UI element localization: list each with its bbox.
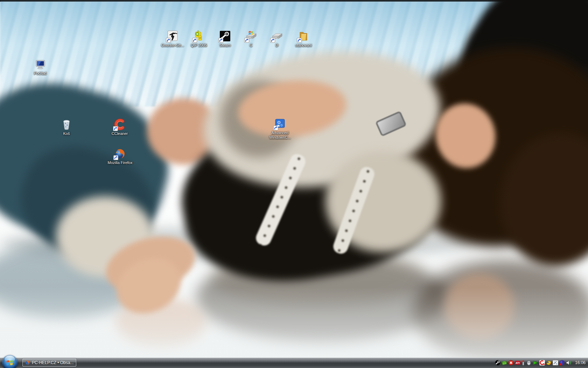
wallpaper-reflection-arm xyxy=(115,298,206,347)
wallpaper-arm xyxy=(100,227,201,302)
firefox-icon xyxy=(114,148,126,159)
desktop-icon-label: Advanced WindowsC... xyxy=(267,131,293,140)
wallpaper-reflection-hair xyxy=(413,259,588,364)
wallpaper-sleeve-right-lower xyxy=(528,54,588,220)
counter-strike-icon xyxy=(167,30,178,42)
shortcut-arrow-icon xyxy=(113,126,118,131)
windows-logo-icon xyxy=(6,359,14,367)
wallpaper-reflection-face xyxy=(444,273,514,340)
desktop-icon-mozilla-firefox[interactable]: Mozilla Firefox xyxy=(107,148,133,165)
wallpaper-hair-drape xyxy=(490,124,588,275)
shortcut-arrow-icon xyxy=(113,155,118,160)
qip-tray-icon[interactable] xyxy=(502,360,507,366)
wallpaper-reflection-jeans xyxy=(0,242,147,319)
wallpaper-top-strip xyxy=(0,0,588,2)
desktop-icon-label: C xyxy=(250,43,252,48)
drive-d-icon xyxy=(271,30,283,42)
mouse-icon[interactable] xyxy=(526,360,532,366)
wallpaper-fur-cuff xyxy=(56,196,154,277)
advanced-windowscare-icon: ⚙ ⚙ xyxy=(274,118,286,130)
wallpaper-face xyxy=(430,98,502,173)
svg-text:ATI: ATI xyxy=(515,361,520,364)
svg-text:⚙: ⚙ xyxy=(280,123,283,127)
ccleaner-icon xyxy=(114,118,126,130)
volume-icon[interactable] xyxy=(566,360,572,366)
desktop-icon-label: Steam xyxy=(219,43,231,48)
usb-device-icon[interactable] xyxy=(522,360,525,366)
shortcut-arrow-icon xyxy=(270,38,275,43)
steam-tray-icon[interactable] xyxy=(495,360,500,366)
wallpaper-hand xyxy=(107,248,190,323)
desktop-icon-drive-c[interactable]: C xyxy=(238,30,264,48)
desktop-icon-label: stahovani xyxy=(295,43,312,48)
avira-antivir-icon[interactable] xyxy=(539,360,545,366)
wallpaper-reflection-jacket xyxy=(196,252,448,343)
wallpaper-fur-lower xyxy=(326,151,441,252)
shortcut-arrow-icon xyxy=(273,125,278,130)
recycle-bin-icon xyxy=(61,118,72,130)
desktop-icon-recycle-bin[interactable]: Koš xyxy=(53,118,80,136)
desktop-icon-stahovani[interactable]: stahovani xyxy=(290,30,317,48)
disabled-red-x-icon[interactable] xyxy=(508,360,514,366)
system-tray: ATI xyxy=(495,357,588,368)
desktop-icon-label: Počítač xyxy=(34,71,47,76)
wallpaper-reflection-fur xyxy=(210,245,427,308)
folder-icon xyxy=(298,30,309,42)
desktop-icon-ccleaner[interactable]: CCleaner xyxy=(106,118,133,136)
wallpaper-hair xyxy=(367,19,588,275)
ati-catalyst-icon[interactable]: ATI xyxy=(515,360,520,366)
desktop-icon-counter-strike[interactable]: Counter-Str... xyxy=(159,30,186,48)
wallpaper-jacket xyxy=(170,90,460,299)
desktop-icon-drive-d[interactable]: D xyxy=(264,30,290,48)
drive-c-icon xyxy=(245,30,257,42)
wallpaper-jeans xyxy=(0,63,185,263)
desktop-icon-qip-2005[interactable]: P QIP 2005 xyxy=(186,30,212,48)
shortcut-arrow-icon xyxy=(244,38,249,43)
computer-icon xyxy=(34,58,46,70)
snipping-tool-icon[interactable] xyxy=(553,360,558,366)
desktop-icon-computer[interactable]: Počítač xyxy=(27,58,54,76)
wallpaper-fur-collar xyxy=(195,37,449,202)
desktop-icon-advanced-windowscare[interactable]: ⚙ ⚙ Advanced WindowsC... xyxy=(267,118,293,140)
desktop-icon-label: QIP 2005 xyxy=(191,43,207,48)
wallpaper-strap-left xyxy=(254,152,308,248)
desktop[interactable]: Counter-Str... P QIP 2005 xyxy=(0,0,588,368)
taskbar-window-button-firefox[interactable]: PC-HELP.CZ • Obsa... xyxy=(22,359,76,367)
desktop-icon-label: Counter-Str... xyxy=(161,43,184,48)
shortcut-arrow-icon xyxy=(192,38,197,43)
wallpaper-ice-band xyxy=(0,1,588,107)
shortcut-arrow-icon xyxy=(297,38,302,43)
taskbar: PC-HELP.CZ • Obsa... xyxy=(0,357,588,368)
wallpaper-surface-shadow xyxy=(0,228,472,259)
taskbar-window-button-label: PC-HELP.CZ • Obsa... xyxy=(32,360,74,365)
wallpaper-sleeve-right xyxy=(432,0,588,173)
taskbar-clock[interactable]: 16:06 xyxy=(575,360,586,365)
desktop-icon-label: CCleaner xyxy=(112,131,128,136)
desktop-icon-label: Mozilla Firefox xyxy=(108,161,133,165)
shortcut-arrow-icon xyxy=(166,38,171,43)
firefox-icon xyxy=(25,360,30,365)
wallpaper-strap-right xyxy=(331,165,376,256)
green-arrow-icon[interactable] xyxy=(533,360,538,366)
desktop-icon-label: Koš xyxy=(63,131,70,136)
wallpaper-buckle xyxy=(375,111,407,137)
messenger-icon[interactable] xyxy=(546,360,552,366)
svg-text:P: P xyxy=(199,36,201,40)
wallpaper-bottom-haze xyxy=(0,287,588,368)
shortcut-arrow-icon xyxy=(218,38,223,43)
desktop-icon-steam[interactable]: Steam xyxy=(212,30,238,48)
desktop-icon-label: D xyxy=(275,43,278,48)
security-shield-icon[interactable] xyxy=(559,360,565,366)
qip-2005-icon: P xyxy=(193,30,205,42)
steam-icon xyxy=(219,30,231,42)
wallpaper-jeans-lower xyxy=(7,131,168,275)
start-button[interactable] xyxy=(2,355,18,368)
wallpaper-midriff-skin xyxy=(147,98,220,165)
